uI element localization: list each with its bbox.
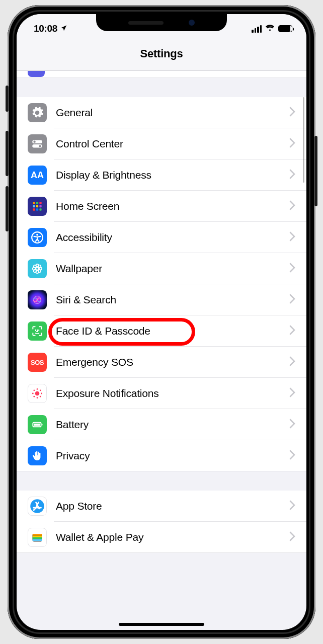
battery-icon	[28, 415, 47, 434]
row-exposure[interactable]: Exposure Notifications	[17, 378, 306, 409]
svg-point-30	[33, 389, 35, 391]
toggles-icon	[28, 134, 47, 153]
svg-point-1	[33, 141, 35, 143]
chevron-right-icon	[289, 294, 295, 306]
flower-icon	[28, 259, 47, 278]
text-size-icon: AA	[28, 166, 47, 185]
svg-rect-11	[36, 208, 38, 210]
row-label: Battery	[56, 419, 289, 431]
row-display[interactable]: AA Display & Brightness	[17, 159, 306, 191]
svg-rect-39	[33, 534, 42, 536]
row-label: Face ID & Passcode	[56, 325, 289, 337]
speaker-grille	[128, 21, 164, 25]
svg-point-14	[36, 234, 38, 236]
settings-list[interactable]: General Control Center AA Display & Brig…	[17, 71, 306, 623]
gear-icon	[28, 103, 47, 122]
scroll-indicator	[303, 97, 304, 183]
chevron-right-icon	[289, 231, 295, 244]
row-accessibility[interactable]: Accessibility	[17, 222, 306, 253]
accessibility-icon	[28, 228, 47, 247]
svg-rect-10	[33, 208, 35, 210]
phone-frame: 10:08 Settings	[8, 5, 315, 639]
chevron-right-icon	[289, 500, 295, 512]
power-button	[314, 136, 317, 206]
svg-rect-40	[33, 536, 42, 538]
svg-rect-41	[33, 537, 42, 539]
row-label: Wallet & Apple Pay	[56, 531, 289, 543]
svg-rect-9	[39, 205, 41, 207]
front-camera	[189, 20, 195, 26]
chevron-right-icon	[289, 419, 295, 431]
wifi-icon	[265, 24, 275, 33]
exposure-icon	[28, 384, 47, 403]
row-label: App Store	[56, 500, 289, 512]
svg-point-3	[39, 145, 41, 147]
svg-rect-12	[39, 208, 41, 210]
battery-icon	[278, 25, 292, 32]
home-indicator[interactable]	[119, 623, 204, 626]
screen: 10:08 Settings	[17, 14, 306, 630]
page-title: Settings	[17, 38, 306, 71]
section-gap	[17, 78, 306, 97]
svg-rect-5	[36, 202, 38, 204]
volume-up-button	[6, 131, 9, 176]
svg-rect-6	[39, 202, 41, 204]
svg-point-23	[38, 270, 41, 272]
chevron-right-icon	[289, 107, 295, 119]
svg-rect-42	[33, 539, 42, 541]
faceid-icon	[28, 321, 47, 341]
row-label: Exposure Notifications	[56, 387, 289, 399]
chevron-right-icon	[289, 169, 295, 181]
notch	[96, 14, 227, 31]
svg-point-20	[34, 265, 36, 268]
row-wallet[interactable]: Wallet & Apple Pay	[17, 522, 306, 553]
row-faceid[interactable]: Face ID & Passcode	[17, 315, 306, 347]
svg-point-21	[38, 265, 41, 268]
svg-point-27	[37, 397, 38, 398]
wallet-icon	[28, 528, 47, 547]
status-time: 10:08	[34, 23, 57, 34]
svg-rect-35	[34, 424, 40, 426]
partial-row-above	[17, 71, 306, 78]
svg-point-32	[33, 396, 35, 397]
svg-rect-36	[42, 424, 43, 425]
svg-point-26	[37, 388, 38, 390]
cellular-icon	[252, 25, 262, 33]
chevron-right-icon	[289, 200, 295, 212]
section-gap	[17, 471, 306, 491]
chevron-right-icon	[289, 356, 295, 368]
row-label: General	[56, 107, 289, 119]
location-icon	[60, 23, 67, 34]
svg-point-33	[40, 396, 41, 397]
row-control-center[interactable]: Control Center	[17, 128, 306, 159]
chevron-right-icon	[289, 450, 295, 462]
chevron-right-icon	[289, 387, 295, 399]
row-siri-search[interactable]: Siri & Search	[17, 284, 306, 315]
chevron-right-icon	[289, 138, 295, 150]
siri-icon	[28, 290, 47, 309]
row-app-store[interactable]: App Store	[17, 491, 306, 522]
svg-rect-4	[33, 202, 35, 204]
volume-down-button	[6, 186, 9, 231]
row-label: Privacy	[56, 450, 289, 462]
row-sos[interactable]: SOS Emergency SOS	[17, 347, 306, 378]
chevron-right-icon	[289, 531, 295, 543]
settings-group-1: General Control Center AA Display & Brig…	[17, 97, 306, 471]
row-label: Control Center	[56, 138, 289, 150]
row-wallpaper[interactable]: Wallpaper	[17, 253, 306, 284]
row-general[interactable]: General	[17, 97, 306, 128]
row-privacy[interactable]: Privacy	[17, 440, 306, 471]
row-label: Wallpaper	[56, 263, 289, 275]
svg-point-25	[35, 391, 40, 396]
svg-point-29	[41, 393, 42, 394]
row-battery[interactable]: Battery	[17, 409, 306, 440]
row-label: Siri & Search	[56, 294, 289, 306]
row-label: Home Screen	[56, 200, 289, 212]
row-home-screen[interactable]: Home Screen	[17, 191, 306, 222]
row-label: Display & Brightness	[56, 169, 289, 181]
svg-rect-7	[33, 205, 35, 207]
svg-rect-8	[36, 205, 38, 207]
svg-point-22	[34, 270, 36, 272]
settings-group-2: App Store Wallet & Apple Pay	[17, 491, 306, 553]
hand-icon	[28, 446, 47, 465]
